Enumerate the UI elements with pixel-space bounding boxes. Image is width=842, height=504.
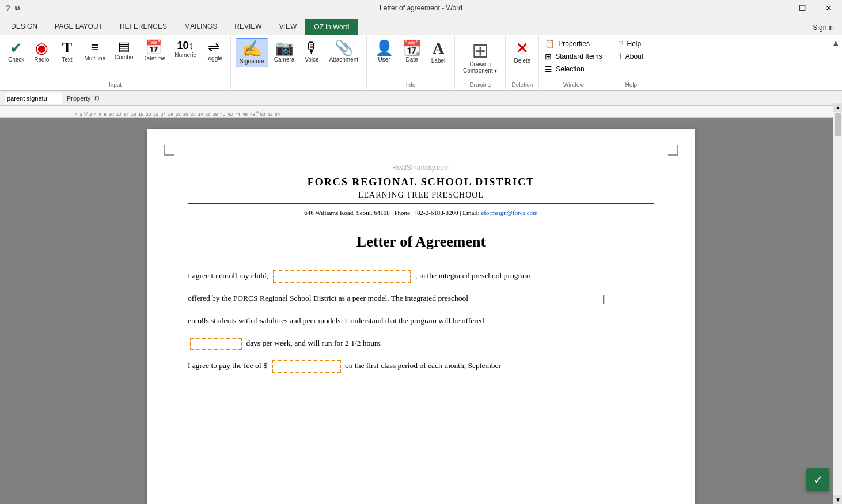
delete-button[interactable]: ✕ Delete [510, 38, 534, 66]
voice-icon: 🎙 [304, 40, 319, 55]
label-icon: A [433, 40, 444, 56]
deletion-group-label: Deletion [512, 81, 533, 88]
input-group-label: Input [109, 81, 122, 88]
standard-items-icon: ⊞ [545, 52, 552, 61]
property-input[interactable] [5, 93, 62, 104]
standard-items-button[interactable]: ⊞ Standard Items [545, 51, 602, 62]
combo-icon: ▤ [118, 40, 130, 53]
text-button[interactable]: T Text [55, 38, 78, 65]
tab-review[interactable]: REVIEW [226, 18, 270, 35]
close-button[interactable]: ✕ [816, 0, 842, 16]
help-group-label: Help [625, 81, 638, 88]
numeric-button[interactable]: 10↕ Numeric [171, 38, 199, 60]
fee-field[interactable] [272, 360, 341, 373]
document-body: I agree to enroll my child, , in the int… [188, 268, 654, 373]
property-label: Property [65, 95, 93, 102]
help-question-icon[interactable]: ? [6, 3, 10, 13]
scrollbar[interactable]: ▲ ▼ [833, 118, 842, 504]
restore-icon[interactable]: ⧉ [15, 4, 20, 12]
drawing-component-icon: ⊞ [472, 40, 489, 61]
signature-button[interactable]: ✍ Signature [236, 38, 268, 67]
title-bar: ? ⧉ Letter of agreement - Word — ☐ ✕ [0, 0, 842, 16]
school-district-title: FORCS REGIONAL SCHOOL DISTRICT [188, 176, 654, 188]
numeric-label: Numeric [175, 52, 196, 58]
scroll-down-button[interactable]: ▼ [833, 495, 842, 504]
drawing-component-button[interactable]: ⊞ DrawingComponent ▾ [460, 38, 500, 76]
window-controls: — ☐ ✕ [763, 0, 842, 16]
paragraph-4: days per week, and will run for 2 1/2 ho… [188, 335, 654, 351]
toggle-label: Toggle [206, 55, 222, 62]
maximize-button[interactable]: ☐ [789, 0, 816, 16]
signature-buttons: ✍ Signature 📷 Camera 🎙 Voice 📎 Attachmen… [236, 38, 362, 87]
tab-design[interactable]: DESIGN [2, 18, 46, 35]
camera-button[interactable]: 📷 Camera [271, 38, 298, 65]
properties-icon: 📋 [545, 39, 555, 48]
tab-oz-in-word[interactable]: OZ in Word [305, 19, 358, 35]
window-group-label: Window [563, 81, 584, 88]
signature-label: Signature [240, 58, 264, 65]
para4-after: days per week, and will run for 2 1/2 ho… [246, 339, 382, 347]
confirm-button[interactable]: ✓ [806, 468, 829, 491]
selection-icon: ☰ [545, 65, 552, 74]
user-button[interactable]: 👤 User [371, 38, 397, 65]
document-area[interactable]: ▲ ▼ RealSmartcity.com FORCS REGIONAL SCH… [0, 118, 842, 504]
preschool-title: LEARNING TREE PRESCHOOL [188, 191, 654, 204]
camera-icon: 📷 [275, 40, 294, 55]
text-cursor: I [602, 293, 605, 306]
toggle-button[interactable]: ⇌ Toggle [202, 38, 226, 64]
ribbon-collapse-button[interactable]: ▲ [832, 38, 840, 47]
ruler: 4 2 ▽ 2 4 6 8 10 12 14 16 18 20 22 24 26… [0, 106, 842, 118]
tab-view[interactable]: VIEW [271, 18, 306, 35]
datetime-label: Datetime [142, 55, 165, 62]
paragraph-5: I agree to pay the fee of $ on the first… [188, 358, 654, 373]
letter-title: Letter of Agreement [188, 233, 654, 251]
multiline-button[interactable]: ≡ Multiline [81, 38, 109, 64]
sign-in-button[interactable]: Sign in [805, 21, 842, 35]
datetime-button[interactable]: 📅 Datetime [139, 38, 169, 64]
ribbon-group-signature: ✍ Signature 📷 Camera 🎙 Voice 📎 Attachmen… [231, 36, 367, 89]
selection-label: Selection [556, 65, 584, 73]
standard-items-label: Standard Items [555, 52, 602, 60]
watermark: RealSmartcity.com [188, 164, 654, 172]
ribbon-group-window: 📋 Properties ⊞ Standard Items ☰ Selectio… [539, 36, 608, 89]
properties-button[interactable]: 📋 Properties [545, 38, 590, 50]
text-label: Text [62, 56, 72, 63]
voice-button[interactable]: 🎙 Voice [300, 38, 323, 65]
date-label: Date [405, 56, 418, 63]
tab-mailings[interactable]: MAILINGS [176, 18, 226, 35]
label-button[interactable]: A Label [427, 38, 450, 66]
selection-button[interactable]: ☰ Selection [545, 63, 584, 75]
scroll-thumb[interactable] [835, 118, 841, 136]
about-icon: ℹ [619, 52, 622, 61]
property-expand-icon[interactable]: ⊡ [94, 95, 99, 101]
days-per-week-field[interactable] [190, 338, 242, 350]
delete-icon: ✕ [515, 40, 529, 56]
email-link[interactable]: eformsign@forcs.com [481, 209, 537, 216]
properties-label: Properties [558, 40, 590, 48]
about-label: About [625, 52, 643, 60]
para5-after: on the first class period of each month,… [345, 361, 501, 370]
about-button[interactable]: ℹ About [619, 51, 643, 62]
para5-before: I agree to pay the fee of $ [188, 361, 267, 370]
paragraph-2: offered by the FORCS Regional School Dis… [188, 290, 654, 306]
combo-button[interactable]: ▤ Combo [111, 38, 136, 63]
radio-button[interactable]: ◉ Radio [30, 38, 53, 65]
drawing-component-label: DrawingComponent ▾ [463, 61, 497, 74]
help-circle-icon: ? [619, 39, 624, 48]
check-button[interactable]: ✔ Check [5, 38, 28, 65]
attachment-button[interactable]: 📎 Attachment [325, 38, 362, 65]
help-button[interactable]: ? Help [619, 38, 641, 50]
minimize-button[interactable]: — [763, 0, 789, 16]
date-icon: 📆 [403, 40, 421, 55]
camera-label: Camera [274, 56, 295, 63]
tab-references[interactable]: REFERENCES [111, 18, 176, 35]
document-page: RealSmartcity.com FORCS REGIONAL SCHOOL … [147, 129, 695, 504]
para3-text: enrolls students with disabilities and p… [188, 316, 484, 325]
toggle-icon: ⇌ [208, 40, 219, 54]
date-button[interactable]: 📆 Date [399, 38, 424, 65]
datetime-icon: 📅 [145, 40, 162, 54]
tab-page-layout[interactable]: PAGE LAYOUT [46, 18, 111, 35]
drawing-buttons: ⊞ DrawingComponent ▾ [460, 38, 500, 81]
child-name-field[interactable] [273, 270, 411, 283]
address-line: 646 Williams Road, Seoul, 64108 | Phone:… [188, 209, 654, 216]
